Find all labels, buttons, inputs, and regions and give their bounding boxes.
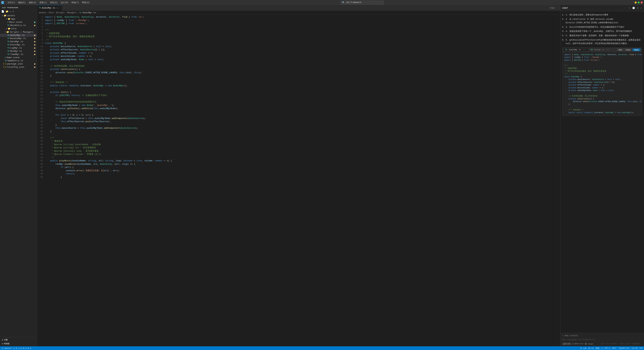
git-branch[interactable]: ⎇ master* <box>1 347 12 349</box>
sidebar-item-core[interactable]: ▼ 📁 Core <box>0 27 37 30</box>
breadcrumb: assets › Core › Scripts › Managers › TS … <box>37 11 560 15</box>
sidebar-refresh-icon[interactable]: ↻ <box>10 10 11 13</box>
search-text: c2d_framework <box>346 1 362 4</box>
code-content[interactable]: import { Node, AudioSource, AudioClip, d… <box>44 15 560 346</box>
indentation[interactable]: 空格: 4 <box>596 347 602 350</box>
sidebar-item-game-scene[interactable]: ● Game.scene <box>0 56 37 59</box>
editor-tabs: TS AudioMgr.ts U ✕ ⧉ ▣ ··· <box>37 5 560 11</box>
outline-header[interactable]: ▶ 大纲 <box>0 338 37 342</box>
apply-button[interactable]: Apply <box>632 48 640 51</box>
sidebar-item-app[interactable]: ▼ 📁 App <box>0 17 37 20</box>
main-container: C2D FRAMEWORK 📄 📁 ↻ ⊟ ▼ 📁 assets ▼ 📁 App <box>0 5 644 346</box>
error-warning-count[interactable]: ⊗ 0 △ 0 Ⓐ 0 ♥ 0 <box>14 347 31 350</box>
chat-panel: CHAT ✎ 🕐 ⚙ ✕ 1. 我们是独立模块，需要去掉Component继承 … <box>560 5 644 346</box>
editor-more-icon[interactable]: ··· <box>555 7 559 9</box>
sidebar-collapse-icon[interactable]: ⊟ <box>12 10 14 13</box>
global-search-bar[interactable]: 🔍 c2d_framework <box>340 1 384 4</box>
chat-code-content[interactable]: import { Node, AudioSource, AudioClip, d… <box>562 52 642 116</box>
chat-followup-input[interactable]: Ask followup (Ctrl+Shift+Y) <box>562 338 642 342</box>
chat-code-preview: TS AudioMgr.ts File TS ResMgr.ts File <box>562 47 642 116</box>
sidebar-item-gameentry[interactable]: TS GameEntry.ts <box>0 59 37 62</box>
sidebar-item-scripts-managers[interactable]: ▼ 📁 Scripts | Managers <box>0 30 37 34</box>
status-bar: ⎇ master* ⊗ 0 △ 0 Ⓐ 0 ♥ 0 行 140，列 43 空格:… <box>0 346 644 350</box>
line-numbers: 12345 678910 1112131415 1617181920 21222… <box>37 15 44 346</box>
cursor-mode[interactable]: Cursor Tab <box>632 347 643 349</box>
chat-point-4: 4. 直接在新场景下添加一个 _AudioMgr_ 的新节点，用于保存音频组件 <box>566 30 642 33</box>
window-maximize-button[interactable] <box>638 1 640 3</box>
encoding[interactable]: UTF-8 <box>604 347 610 349</box>
window-minimize-button[interactable] <box>634 1 636 3</box>
chat-point-5: 5. 播放音乐给2个参数：是否循环、音量、播放音效也给一个音量参数 <box>566 34 642 38</box>
chat-point-3: 3. 在init中添加组件到场景根节点，并且在编辑器模式下不执行 <box>566 25 642 29</box>
sidebar-item-datamgr[interactable]: TS DataMgr.ts <box>0 40 37 43</box>
sidebar-item-timemgr[interactable]: TS TimeMgr.ts <box>0 53 37 56</box>
tab-close-icon[interactable]: ✕ <box>59 7 60 9</box>
titlebar: 文件(F) 编辑(E) 选择(S) 查看(V) 转到(G) 运行(R) 终端(T… <box>0 0 644 5</box>
menu-terminal[interactable]: 终端(T) <box>70 1 80 4</box>
chat-header: CHAT ✎ 🕐 ⚙ ✕ <box>560 5 644 11</box>
split-editor-icon[interactable]: ⧉ <box>550 7 552 9</box>
breadcrumb-scripts[interactable]: Scripts <box>56 11 64 14</box>
sidebar-new-file-icon[interactable]: 📄 <box>1 10 4 13</box>
menu-run[interactable]: 运行(R) <box>59 1 70 4</box>
sidebar-item-main-scene[interactable]: ● Main.scene <box>0 20 37 24</box>
breadcrumb-more[interactable]: ... <box>98 11 102 14</box>
menu-help[interactable]: 帮助(H) <box>81 1 91 4</box>
sidebar-item-logmgr[interactable]: TS LogMgr.ts <box>0 46 37 50</box>
menu-select[interactable]: 选择(S) <box>27 1 38 4</box>
breadcrumb-core[interactable]: Core <box>49 11 54 14</box>
menu-file[interactable]: 文件(F) <box>6 1 16 4</box>
sidebar-item-package-json[interactable]: { } package.json <box>0 62 37 65</box>
sidebar-item-bundlemgr[interactable]: TS BundleMgr.ts <box>0 37 37 40</box>
breadcrumb-managers[interactable]: Managers <box>67 11 77 14</box>
language-mode[interactable]: TypeScript <box>618 347 630 349</box>
cursor-position[interactable]: 行 140，列 43 <box>580 347 594 350</box>
image-icon[interactable]: 🖼 Image <box>585 343 593 345</box>
chat-close-icon[interactable]: ✕ <box>640 6 642 10</box>
chat-code-tab-resmgr[interactable]: TS ResMgr.ts File <box>589 48 611 51</box>
breadcrumb-file[interactable]: TS AudioMgr.ts <box>79 11 96 14</box>
tab-actions: ⧉ ▣ ··· <box>550 6 560 9</box>
line-ending[interactable]: CRLF <box>612 347 616 349</box>
menu-edit[interactable]: 编辑(E) <box>17 1 27 4</box>
new-chat-icon[interactable]: ✎ <box>629 6 631 10</box>
menu-goto[interactable]: 转到(G) <box>49 1 59 4</box>
sidebar-header: C2D FRAMEWORK <box>0 5 37 10</box>
chat-settings-icon[interactable]: ⚙ <box>636 6 639 10</box>
chat-title: CHAT <box>562 7 568 9</box>
sidebar-item-tsconfig-json[interactable]: { } tsconfig.json <box>0 65 37 69</box>
code-editor[interactable]: 12345 678910 1112131415 1617181920 21222… <box>37 15 560 346</box>
breadcrumb-assets[interactable]: assets <box>39 11 46 14</box>
timeline-header[interactable]: ▶ 时间线 <box>0 342 37 346</box>
status-bar-left: ⎇ master* ⊗ 0 △ 0 Ⓐ 0 ♥ 0 <box>1 347 31 350</box>
ask-button[interactable]: Ask <box>617 48 623 51</box>
chat-history-icon[interactable]: 🕐 <box>632 6 635 10</box>
toggle-layout-icon[interactable]: ▣ <box>552 6 554 9</box>
git-branch-icon: ⎇ <box>1 347 4 349</box>
chat-point-6: 6. getAvailableEffectSource中会判断音效组件是否播放状… <box>566 38 642 45</box>
titlebar-center: 🔍 c2d_framework <box>91 1 633 4</box>
sidebar-file-tree: ▼ 📁 assets ▼ 📁 App ● Main.scene TS MainE… <box>0 13 37 69</box>
menu-view[interactable]: 查看(V) <box>38 1 48 4</box>
sidebar: C2D FRAMEWORK 📄 📁 ↻ ⊟ ▼ 📁 assets ▼ 📁 App <box>0 5 37 346</box>
editor-tab-audiomgr[interactable]: TS AudioMgr.ts U ✕ <box>37 5 62 11</box>
window-close-button[interactable] <box>641 1 643 3</box>
outline-section: ▶ 大纲 ▶ 时间线 <box>0 337 37 346</box>
chat-input-area: + Add context Ask followup (Ctrl+Shift+Y… <box>560 333 644 346</box>
mention-icon[interactable]: @ @Mention <box>572 343 584 345</box>
sidebar-new-folder-icon[interactable]: 📁 <box>6 10 8 13</box>
chat-code-tab-audiomgr[interactable]: TS AudioMgr.ts File <box>564 48 588 51</box>
chat-input-footer: gpt-4o @ @Mention 🖼 Image alt+/ no conte… <box>562 343 642 345</box>
sidebar-item-resmgr[interactable]: TS ResMgr.ts <box>0 50 37 53</box>
copy-button[interactable]: Copy <box>624 48 632 51</box>
model-badge[interactable]: gpt-4o <box>562 343 571 345</box>
add-context-button[interactable]: + Add context <box>562 335 642 337</box>
sidebar-item-assets[interactable]: ▼ 📁 assets <box>0 14 37 17</box>
app-icon <box>1 1 4 4</box>
sidebar-item-main-entry[interactable]: TS MainEntry.ts <box>0 24 37 27</box>
chat-code-tabs: TS AudioMgr.ts File TS ResMgr.ts File <box>564 48 611 51</box>
chat-point-1: 1. 我们是独立模块，需要去掉Component继承 <box>566 13 642 17</box>
sidebar-item-audiomgr[interactable]: TS AudioMgr.ts <box>0 34 37 37</box>
chat-code-header: TS AudioMgr.ts File TS ResMgr.ts File <box>562 48 642 52</box>
sidebar-item-eventmgr[interactable]: TS EventMgr.ts <box>0 43 37 46</box>
